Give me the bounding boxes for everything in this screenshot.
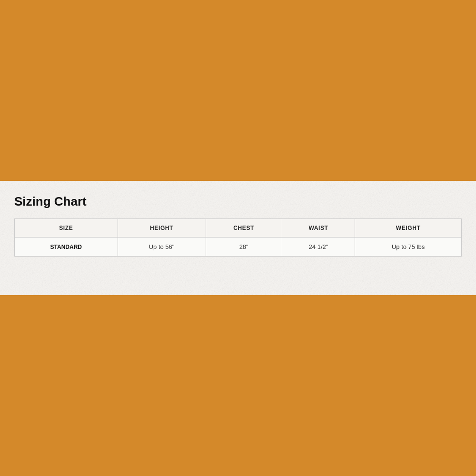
cell-weight: Up to 75 lbs [355, 238, 462, 257]
sizing-table: SIZE HEIGHT CHEST WAIST WEIGHT STANDARD … [14, 218, 462, 257]
cell-waist: 24 1/2" [282, 238, 355, 257]
bottom-banner [0, 295, 476, 476]
col-header-weight: WEIGHT [355, 219, 462, 238]
header-row: SIZE HEIGHT CHEST WAIST WEIGHT [15, 219, 462, 238]
table-header: SIZE HEIGHT CHEST WAIST WEIGHT [15, 219, 462, 238]
col-header-waist: WAIST [282, 219, 355, 238]
col-header-size: SIZE [15, 219, 118, 238]
content-section: Sizing Chart SIZE HEIGHT CHEST WAIST WEI… [0, 181, 476, 295]
section-title: Sizing Chart [14, 194, 462, 209]
cell-size: STANDARD [15, 238, 118, 257]
table-body: STANDARD Up to 56" 28" 24 1/2" Up to 75 … [15, 238, 462, 257]
top-banner [0, 0, 476, 181]
page-wrapper: Sizing Chart SIZE HEIGHT CHEST WAIST WEI… [0, 0, 476, 476]
cell-chest: 28" [206, 238, 282, 257]
table-row: STANDARD Up to 56" 28" 24 1/2" Up to 75 … [15, 238, 462, 257]
col-header-height: HEIGHT [118, 219, 206, 238]
cell-height: Up to 56" [118, 238, 206, 257]
col-header-chest: CHEST [206, 219, 282, 238]
